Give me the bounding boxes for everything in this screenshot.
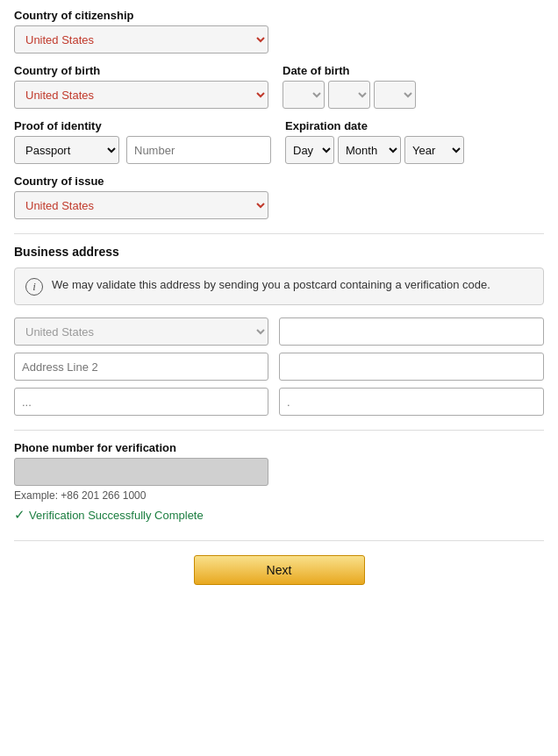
address-line2-input[interactable] xyxy=(14,353,268,381)
verification-success: ✓ Verification Successfully Complete xyxy=(14,507,544,523)
expiration-col: Expiration date Day Month Year xyxy=(285,119,464,175)
postal-input[interactable] xyxy=(279,388,544,416)
phone-input[interactable] xyxy=(14,458,268,486)
address-field-2[interactable] xyxy=(279,353,544,381)
dob-day-select[interactable] xyxy=(283,81,325,109)
address-row-3 xyxy=(14,388,544,416)
country-of-citizenship-label: Country of citizenship xyxy=(14,9,544,22)
address-field-1[interactable] xyxy=(279,317,544,346)
date-of-birth-group: Date of birth xyxy=(283,64,416,109)
verification-success-text: Verification Successfully Complete xyxy=(29,509,204,522)
proof-inputs: Passport xyxy=(14,136,271,164)
country-of-citizenship-group: Country of citizenship United States xyxy=(14,9,544,53)
expiration-date-inputs: Day Month Year xyxy=(285,136,464,164)
country-of-issue-label: Country of issue xyxy=(14,175,544,188)
country-of-birth-group: Country of birth United States xyxy=(14,64,268,109)
date-of-birth-inputs xyxy=(283,81,416,109)
exp-year-select[interactable]: Year xyxy=(404,136,464,164)
phone-section: Phone number for verification Example: +… xyxy=(14,441,544,523)
proof-row: Proof of identity Passport Expiration da… xyxy=(14,119,544,175)
country-of-birth-label: Country of birth xyxy=(14,64,268,77)
country-of-issue-group: Country of issue United States xyxy=(14,175,544,219)
proof-col: Proof of identity Passport xyxy=(14,119,271,175)
check-icon: ✓ xyxy=(14,507,25,523)
date-of-birth-col: Date of birth xyxy=(283,64,416,119)
phone-label: Phone number for verification xyxy=(14,441,544,454)
exp-day-select[interactable]: Day xyxy=(285,136,334,164)
info-message: We may validate this address by sending … xyxy=(52,277,490,293)
business-address-title: Business address xyxy=(14,245,544,259)
next-btn-row: Next xyxy=(14,540,544,585)
address-row-1: United States xyxy=(14,317,544,346)
country-of-issue-select[interactable]: United States xyxy=(14,191,268,219)
proof-of-identity-label: Proof of identity xyxy=(14,119,271,132)
proof-of-identity-group: Proof of identity Passport xyxy=(14,119,271,164)
proof-number-input[interactable] xyxy=(126,136,271,164)
city-input[interactable] xyxy=(14,388,268,416)
date-of-birth-label: Date of birth xyxy=(283,64,416,77)
phone-example: Example: +86 201 266 1000 xyxy=(14,489,544,502)
dob-year-select[interactable] xyxy=(374,81,416,109)
info-box: i We may validate this address by sendin… xyxy=(14,267,544,305)
address-row-2 xyxy=(14,353,544,381)
birth-row: Country of birth United States Date of b… xyxy=(14,64,544,119)
address-country-select[interactable]: United States xyxy=(14,317,268,346)
expiration-date-label: Expiration date xyxy=(285,119,464,132)
dob-month-select[interactable] xyxy=(328,81,370,109)
next-button[interactable]: Next xyxy=(194,555,365,585)
divider-1 xyxy=(14,233,544,234)
country-of-birth-col: Country of birth United States xyxy=(14,64,268,119)
country-of-citizenship-select[interactable]: United States xyxy=(14,25,268,53)
exp-month-select[interactable]: Month xyxy=(338,136,401,164)
divider-2 xyxy=(14,430,544,431)
info-icon: i xyxy=(25,278,43,296)
expiration-date-group: Expiration date Day Month Year xyxy=(285,119,464,164)
proof-type-select[interactable]: Passport xyxy=(14,136,119,164)
business-address-section: Business address i We may validate this … xyxy=(14,245,544,416)
country-of-birth-select[interactable]: United States xyxy=(14,81,268,109)
